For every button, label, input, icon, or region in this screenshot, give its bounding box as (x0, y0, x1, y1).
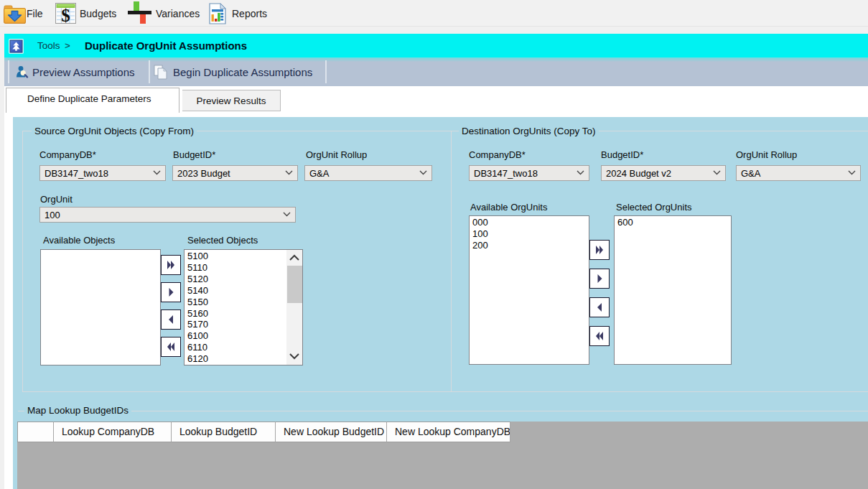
svg-text:$: $ (61, 6, 70, 24)
